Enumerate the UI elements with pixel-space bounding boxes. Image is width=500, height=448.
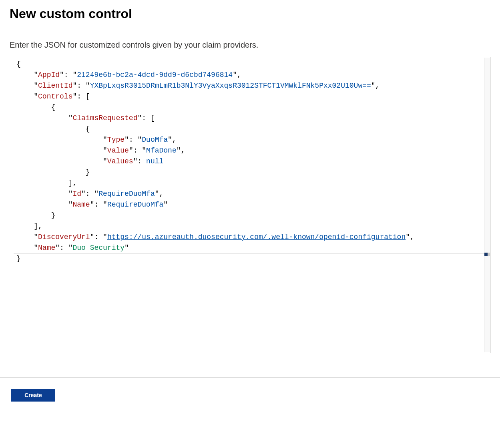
instruction-text: Enter the JSON for customized controls g… bbox=[10, 40, 490, 50]
footer-divider bbox=[0, 377, 500, 378]
create-button[interactable]: Create bbox=[11, 389, 55, 402]
json-editor[interactable]: { "AppId": "21249e6b-bc2a-4dcd-9dd9-d6cb… bbox=[13, 57, 490, 353]
page-title: New custom control bbox=[10, 6, 490, 21]
json-editor-content[interactable]: { "AppId": "21249e6b-bc2a-4dcd-9dd9-d6cb… bbox=[13, 57, 490, 353]
